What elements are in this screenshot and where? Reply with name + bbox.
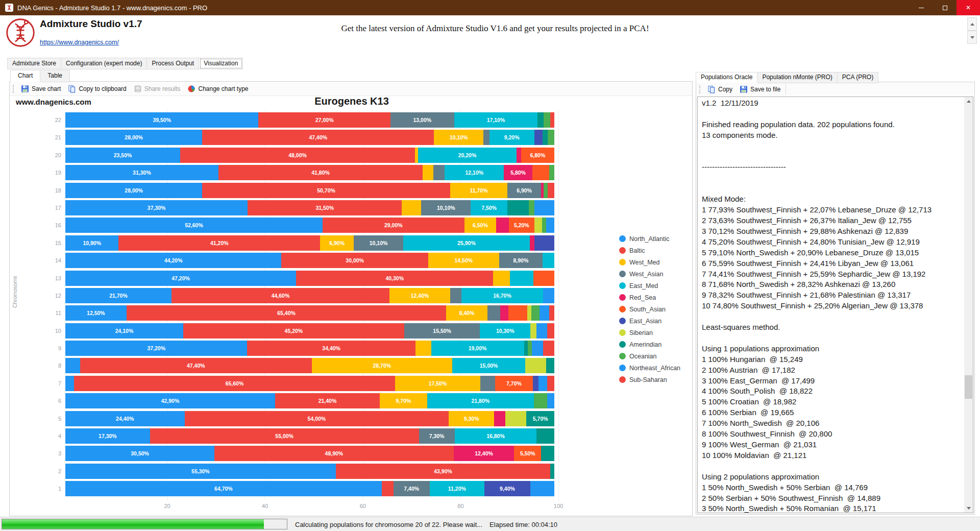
bar-segment-South_Asian — [532, 165, 550, 180]
tab-process-output[interactable]: Process Output — [147, 58, 199, 69]
chromosome-label: 7 — [37, 376, 65, 391]
dna-logo — [5, 17, 36, 48]
bar-segment-label: 10,30% — [496, 328, 514, 334]
chromosome-label: 22 — [37, 112, 65, 128]
tab-configuration[interactable]: Configuration (expert mode) — [61, 58, 147, 69]
tab-table[interactable]: Table — [40, 70, 70, 82]
stacked-bar: 52,60%29,00%6,50%5,20% — [65, 218, 554, 233]
legend-item-Amerindian: Amerindian — [619, 339, 680, 350]
bar-segment-Sub-Saharan — [543, 341, 554, 356]
bar-segment-Siberian — [505, 411, 526, 426]
tab-visualization[interactable]: Visualization — [199, 58, 243, 69]
x-tick-label-60: 60 — [360, 503, 366, 509]
bar-segment-label: 34,40% — [322, 345, 340, 351]
bar-segment-Sub-Saharan — [548, 183, 554, 198]
legend-item-Red_Sea: Red_Sea — [619, 292, 680, 303]
bar-segment-label: 6,80% — [530, 152, 545, 158]
bar-segment-Baltic: 27,00% — [258, 112, 390, 128]
oracle-output[interactable]: v1.2 12/11/2019 Finished reading populat… — [697, 96, 973, 513]
legend-label: Baltic — [629, 247, 645, 254]
bar-segment-Red_Sea: 12,40% — [454, 446, 514, 461]
bar-segment-Baltic: 65,60% — [74, 376, 395, 391]
bar-segment-Oceanian — [528, 341, 532, 356]
bar-segment-label: 31,50% — [315, 205, 334, 211]
legend-dot — [619, 329, 626, 336]
close-button[interactable]: ✕ — [957, 0, 980, 15]
tab-chart[interactable]: Chart — [10, 70, 40, 82]
bar-segment-label: 7,40% — [404, 486, 419, 492]
bar-segment-West_Med — [402, 200, 421, 215]
chart-row-chr16: 1652,60%29,00%6,50%5,20% — [37, 218, 558, 235]
bar-segment-label: 12,40% — [411, 293, 429, 299]
bar-segment-East_Med: 15,00% — [452, 358, 526, 373]
minimize-button[interactable] — [910, 0, 933, 15]
share-results-button[interactable]: Share results — [130, 83, 184, 94]
elapsed-time: Elapsed time: 00:04:10 — [489, 521, 557, 528]
toolbar-grip — [699, 85, 701, 93]
bar-segment-label: 42,90% — [161, 398, 180, 404]
bar-segment-label: 28,00% — [125, 187, 143, 194]
change-chart-type-button[interactable]: Change chart type — [184, 83, 252, 94]
chromosome-label: 11 — [37, 305, 65, 321]
stacked-bar: 21,70%44,60%12,40%16,70% — [65, 288, 554, 303]
scroll-down-icon[interactable] — [964, 504, 973, 513]
scroll-up-icon[interactable] — [964, 97, 973, 106]
bar-segment-label: 5,20% — [514, 222, 529, 228]
scrollbar-thumb[interactable] — [965, 375, 972, 399]
maximize-button[interactable] — [933, 0, 957, 15]
oracle-save-button[interactable]: Save to file — [736, 84, 784, 95]
bar-segment-West_Asian: 10,10% — [421, 200, 471, 215]
legend-item-East_Med: East_Med — [619, 280, 680, 292]
bar-segment-label: 11,20% — [448, 486, 466, 492]
bar-segment-North_Atlantic: 10,90% — [65, 235, 118, 251]
bar-segment-West_Asian: 6,90% — [507, 183, 541, 198]
bar-segment-label: 12,50% — [87, 310, 105, 316]
chart-panel: Save chart Copy to clipboard Share resul… — [9, 81, 693, 516]
chromosome-label: 2 — [37, 464, 65, 479]
chart-toolbar: Save chart Copy to clipboard Share resul… — [10, 82, 692, 96]
tab-admixture-store[interactable]: Admixture Store — [7, 58, 61, 69]
bar-segment-label: 55,30% — [191, 468, 210, 474]
chart-row-chr2: 255,30%43,90% — [37, 464, 558, 481]
tab-pca[interactable]: PCA (PRO) — [838, 72, 878, 83]
legend-label: Red_Sea — [629, 294, 656, 301]
site-link[interactable]: https://www.dnagenics.com/ — [40, 39, 119, 46]
bar-segment-label: 24,40% — [116, 416, 134, 422]
bar-segment-Siberian — [525, 358, 546, 373]
bar-segment-Baltic: 30,00% — [281, 253, 428, 268]
scroll-down-icon[interactable] — [967, 31, 977, 44]
oracle-copy-button[interactable]: Copy — [704, 84, 736, 95]
chart-title: Eurogenes K13 — [10, 95, 694, 107]
chromosome-label: 3 — [37, 446, 65, 461]
bar-segment-Northeast_African — [547, 393, 554, 408]
bar-segment-Amerindian — [536, 428, 554, 444]
chromosome-label: 1 — [37, 481, 65, 496]
bar-segment-label: 41,20% — [210, 240, 229, 246]
legend-label: Sub-Saharan — [629, 376, 667, 383]
bar-segment-Baltic: 47,40% — [202, 130, 434, 145]
bar-segment-label: 9,70% — [396, 398, 411, 404]
app-icon — [5, 4, 13, 12]
tab-population-nmonte[interactable]: Population nMonte (PRO) — [757, 72, 837, 83]
toolbar-separator — [786, 84, 786, 94]
chromosome-label: 10 — [37, 323, 65, 339]
bar-segment-West_Med: 10,10% — [434, 130, 483, 145]
chromosome-label: 21 — [37, 130, 65, 145]
tab-populations-oracle[interactable]: Populations Oracle — [696, 72, 757, 82]
save-chart-button[interactable]: Save chart — [17, 83, 64, 94]
header-scrollbar — [967, 17, 977, 44]
bar-segment-North_Atlantic: 31,30% — [65, 165, 218, 180]
bar-segment-West_Med: 8,40% — [446, 305, 487, 321]
oracle-scrollbar[interactable] — [964, 97, 973, 513]
stacked-bar: 28,00%47,40%10,10%9,20% — [65, 130, 554, 145]
copy-icon — [68, 85, 76, 93]
bar-segment-Amerindian — [524, 341, 528, 356]
bar-segment-West_Med: 9,70% — [380, 393, 427, 408]
bar-segment-West_Med: 11,70% — [450, 183, 507, 198]
bar-segment-label: 9,30% — [464, 416, 479, 422]
copy-to-clipboard-button[interactable]: Copy to clipboard — [64, 83, 130, 94]
bar-segment-West_Asian — [450, 288, 461, 303]
scroll-up-icon[interactable] — [967, 17, 977, 31]
bar-segment-East_Med: 7,50% — [471, 200, 507, 215]
stacked-bar: 55,30%43,90% — [65, 464, 554, 479]
